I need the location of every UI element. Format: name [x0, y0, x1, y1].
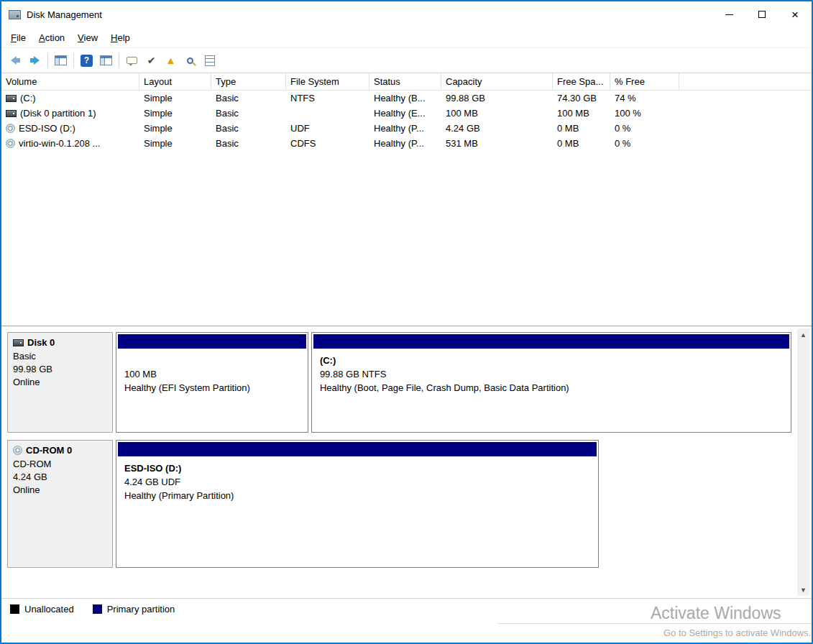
- popup-tool-button[interactable]: [123, 52, 141, 70]
- statusbar: [1, 620, 812, 643]
- partition-esd-iso[interactable]: ESD-ISO (D:) 4.24 GB UDF Healthy (Primar…: [116, 440, 599, 568]
- disk-type: CD-ROM: [13, 458, 107, 471]
- help-button[interactable]: ?: [78, 52, 96, 70]
- disk0-label[interactable]: Disk 0 Basic 99.98 GB Online: [7, 332, 113, 433]
- cell-capacity: 4.24 GB: [441, 123, 553, 134]
- partition-efi-system[interactable]: 100 MB Healthy (EFI System Partition): [116, 332, 308, 433]
- cell-file-system: UDF: [286, 123, 369, 134]
- cell-layout: Simple: [139, 108, 211, 119]
- menu-action[interactable]: Action: [32, 29, 71, 46]
- menu-file[interactable]: File: [4, 29, 32, 46]
- up-tool-button[interactable]: ▲: [162, 52, 180, 70]
- cd-rom-icon: [13, 446, 22, 455]
- check-tool-button[interactable]: ✔: [142, 52, 160, 70]
- window-controls: ×: [712, 1, 812, 27]
- column-header-filler: [679, 73, 812, 90]
- cell-percent-free: 74 %: [610, 93, 679, 104]
- partition-c-drive[interactable]: (C:) 99.88 GB NTFS Healthy (Boot, Page F…: [311, 332, 791, 433]
- legend-bar: Unallocated Primary partition: [1, 598, 812, 620]
- cell-layout: Simple: [139, 138, 211, 149]
- minimize-icon: [725, 14, 733, 15]
- column-header-capacity[interactable]: Capacity: [441, 73, 553, 90]
- show-console-tree-icon: [55, 55, 67, 65]
- cell-volume: virtio-win-0.1.208 ...: [1, 138, 139, 149]
- disk-type: Basic: [13, 350, 107, 363]
- cell-percent-free: 0 %: [610, 138, 679, 149]
- table-row[interactable]: (C:) Simple Basic NTFS Healthy (B... 99.…: [1, 91, 812, 106]
- titlebar: Disk Management ×: [1, 1, 812, 27]
- cell-type: Basic: [211, 93, 286, 104]
- unallocated-swatch-icon: [10, 604, 19, 614]
- toolbar: ? ✔ ▲: [1, 48, 812, 73]
- disk-size: 4.24 GB: [13, 471, 107, 484]
- legend-label: Primary partition: [107, 604, 175, 615]
- column-header-type[interactable]: Type: [211, 73, 286, 90]
- vertical-scrollbar[interactable]: ▲ ▼: [797, 328, 809, 596]
- column-header-file-system[interactable]: File System: [286, 73, 369, 90]
- checkmark-icon: ✔: [147, 55, 156, 66]
- show-action-pane-icon: [100, 55, 112, 65]
- close-button[interactable]: ×: [778, 1, 812, 27]
- disk-management-window: Disk Management × File Action View Help …: [0, 0, 813, 644]
- drive-icon: [6, 110, 17, 117]
- menu-help[interactable]: Help: [104, 29, 137, 46]
- legend-item-primary-partition: Primary partition: [93, 604, 175, 615]
- partition-title: (C:): [320, 354, 783, 367]
- column-header-status[interactable]: Status: [369, 73, 441, 90]
- column-header-volume[interactable]: Volume: [1, 73, 139, 90]
- cell-file-system: NTFS: [286, 93, 369, 104]
- forward-icon: [30, 56, 40, 65]
- column-header-layout[interactable]: Layout: [139, 73, 211, 90]
- volume-list-header: Volume Layout Type File System Status Ca…: [1, 73, 812, 91]
- show-console-tree-button[interactable]: [52, 52, 70, 70]
- disk-row-cdrom0: CD-ROM 0 CD-ROM 4.24 GB Online ESD-ISO (…: [7, 440, 791, 568]
- drive-icon: [6, 95, 17, 102]
- scroll-up-icon[interactable]: ▲: [797, 328, 809, 341]
- cell-status: Healthy (B...: [369, 93, 441, 104]
- cell-volume: ESD-ISO (D:): [1, 123, 139, 134]
- partition-status: Healthy (Boot, Page File, Crash Dump, Ba…: [320, 381, 783, 395]
- cd-icon: [6, 124, 15, 133]
- properties-tool-button[interactable]: [201, 52, 219, 70]
- disk-status: Online: [13, 484, 107, 497]
- table-row[interactable]: ESD-ISO (D:) Simple Basic UDF Healthy (P…: [1, 121, 812, 136]
- table-row[interactable]: (Disk 0 partition 1) Simple Basic Health…: [1, 106, 812, 121]
- table-row[interactable]: virtio-win-0.1.208 ... Simple Basic CDFS…: [1, 136, 812, 151]
- disk-management-app-icon: [9, 10, 21, 19]
- volume-name: ESD-ISO (D:): [19, 123, 75, 134]
- search-tool-button[interactable]: [181, 52, 199, 70]
- maximize-button[interactable]: [745, 1, 778, 27]
- show-action-pane-button[interactable]: [97, 52, 115, 70]
- minimize-button[interactable]: [712, 1, 745, 27]
- cell-free-space: 0 MB: [553, 123, 610, 134]
- cell-status: Healthy (P...: [369, 123, 441, 134]
- cell-file-system: CDFS: [286, 138, 369, 149]
- partition-title: ESD-ISO (D:): [124, 461, 590, 475]
- column-header-percent-free[interactable]: % Free: [610, 73, 679, 90]
- primary-partition-bar: [118, 442, 597, 456]
- cell-status: Healthy (E...: [369, 108, 441, 119]
- primary-partition-bar: [118, 334, 306, 349]
- cdrom0-partitions: ESD-ISO (D:) 4.24 GB UDF Healthy (Primar…: [116, 440, 791, 568]
- cell-type: Basic: [211, 123, 286, 134]
- cell-free-space: 100 MB: [553, 108, 610, 119]
- menu-view[interactable]: View: [71, 29, 104, 46]
- cell-percent-free: 0 %: [610, 123, 679, 134]
- cdrom0-label[interactable]: CD-ROM 0 CD-ROM 4.24 GB Online: [7, 440, 113, 568]
- partition-status: Healthy (EFI System Partition): [124, 381, 300, 395]
- scroll-down-icon[interactable]: ▼: [797, 584, 809, 596]
- up-arrow-icon: ▲: [166, 55, 175, 66]
- statusbar-divider: [497, 623, 812, 624]
- back-button[interactable]: [6, 52, 24, 70]
- search-icon: [187, 58, 193, 64]
- properties-icon: [205, 55, 215, 66]
- volume-name: (C:): [20, 93, 36, 104]
- volume-name: (Disk 0 partition 1): [20, 108, 96, 119]
- forward-button[interactable]: [26, 52, 44, 70]
- graphical-view-pane: Disk 0 Basic 99.98 GB Online 100 MB Heal…: [1, 326, 812, 598]
- column-header-free-space[interactable]: Free Spa...: [553, 73, 610, 90]
- cell-capacity: 100 MB: [441, 108, 553, 119]
- menubar: File Action View Help: [1, 27, 812, 48]
- cell-status: Healthy (P...: [369, 138, 441, 149]
- help-icon: ?: [81, 55, 93, 67]
